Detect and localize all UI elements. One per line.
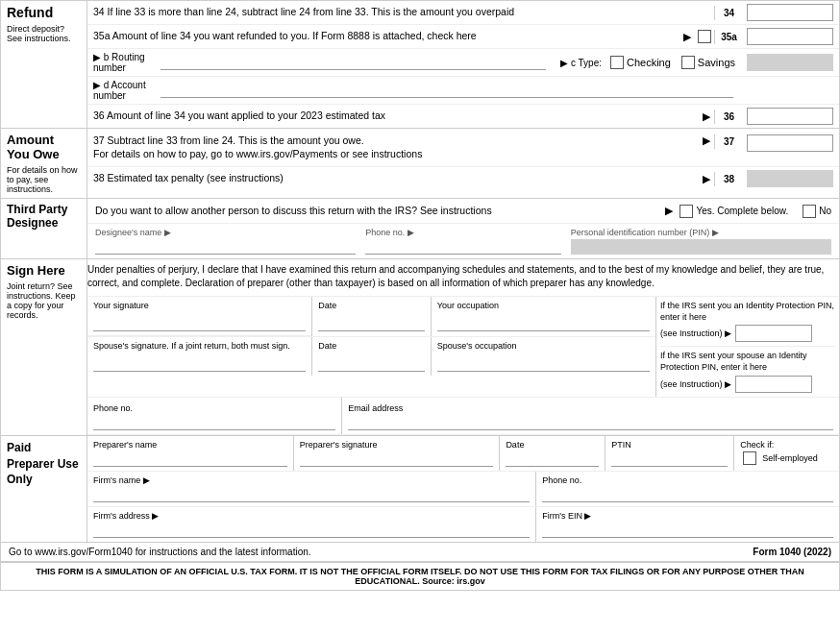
sign-declaration: Under penalties of perjury, I declare th… [87, 259, 839, 297]
firm-address-input[interactable] [93, 523, 530, 538]
spouse-sig-input[interactable] [93, 353, 306, 372]
line-37-num: 37 [714, 134, 743, 149]
firm-ein-label: Firm's EIN ▶ [542, 511, 833, 521]
ptin-label: PTIN [611, 440, 728, 450]
line-34-text: 34 If line 33 is more than line 24, subt… [93, 6, 714, 19]
arrow-third-party: ▶ [665, 205, 673, 217]
checkbox-no[interactable] [803, 205, 816, 218]
spouse-occ-label: Spouse's occupation [437, 341, 650, 351]
firm-address-label: Firm's address ▶ [93, 511, 530, 521]
firm-name-label: Firm's name ▶ [93, 475, 530, 485]
preparer-name-label: Preparer's name [93, 440, 287, 450]
irs-pin-2-see: (see [660, 379, 678, 389]
checkbox-savings[interactable] [681, 56, 695, 69]
line-37-text: 37 Subtract line 33 from line 24. This i… [93, 134, 699, 160]
designee-name-input[interactable] [95, 239, 356, 255]
irs-pin-1-instruction: Instruction) ▶ [679, 329, 731, 338]
irs-link: Go to www.irs.gov/Form1040 for instructi… [9, 547, 311, 557]
line-35a-input[interactable] [747, 28, 833, 45]
date-label-2: Date [318, 341, 425, 351]
irs-pin-2-text: If the IRS sent your spouse an Identity … [660, 351, 835, 373]
amount-sub-label: For details on how to pay, see instructi… [7, 165, 81, 194]
line-38-num: 38 [714, 172, 743, 186]
arrow-35a: ▶ [683, 31, 691, 43]
firm-name-input[interactable] [93, 487, 530, 502]
phone-input[interactable] [93, 415, 335, 430]
refund-right-box [747, 54, 833, 71]
amount-you-owe-label: AmountYou Owe [7, 133, 81, 161]
account-label: ▶ d Account number [93, 80, 161, 101]
preparer-phone-label: Phone no. [542, 475, 833, 485]
phone-no-input[interactable] [365, 239, 560, 255]
date-label-1: Date [318, 301, 425, 310]
line-38-input[interactable] [747, 170, 833, 187]
pin-2-input[interactable] [735, 376, 812, 393]
ptin-input[interactable] [611, 451, 728, 467]
your-sig-label: Your signature [93, 301, 306, 310]
line-37-input[interactable] [747, 134, 833, 152]
irs-pin-1-see: (see [660, 329, 678, 338]
check-if-label: Check if: [740, 440, 833, 450]
date-input-1[interactable] [318, 312, 425, 331]
pin-1-input[interactable] [735, 325, 812, 342]
third-party-label: Third Party Designee [7, 203, 81, 230]
self-employed-checkbox[interactable] [743, 451, 756, 465]
pin-input[interactable] [571, 239, 831, 255]
designee-name-label: Designee's name ▶ [95, 228, 356, 237]
refund-sub-label: Direct deposit? See instructions. [7, 24, 81, 43]
line-36-num: 36 [714, 110, 743, 124]
irs-pin-2-instruction: Instruction) ▶ [679, 379, 731, 389]
preparer-phone-input[interactable] [542, 487, 833, 502]
line-34-num: 34 [714, 6, 743, 20]
email-input[interactable] [348, 415, 833, 430]
firm-ein-input[interactable] [542, 523, 833, 538]
preparer-date-input[interactable] [506, 451, 599, 467]
line-36-text: 36 Amount of line 34 you want applied to… [93, 110, 699, 123]
checkbox-checking[interactable] [610, 56, 624, 69]
phone-label: Phone no. [93, 403, 133, 413]
routing-label: ▶ b Routing number [93, 52, 161, 73]
type-label: ▶ c Type: [560, 58, 602, 68]
arrow-38: ▶ [703, 173, 710, 185]
your-sig-input[interactable] [93, 312, 306, 331]
no-label: No [819, 206, 831, 216]
pin-label: Personal identification number (PIN) ▶ [571, 228, 831, 237]
line-38-text: 38 Estimated tax penalty (see instructio… [93, 172, 699, 185]
phone-no-label: Phone no. ▶ [365, 228, 560, 237]
arrow-36: ▶ [703, 110, 710, 123]
line-34-input[interactable] [747, 4, 833, 21]
preparer-sig-input[interactable] [300, 451, 494, 467]
savings-label: Savings [698, 57, 735, 68]
paid-preparer-label: Paid Preparer Use Only [7, 440, 81, 488]
email-label: Email address [348, 403, 403, 413]
sign-here-sub: Joint return? See instructions. Keep a c… [7, 281, 81, 320]
form-label: Form 1040 (2022) [753, 547, 831, 557]
checkbox-yes[interactable] [679, 205, 693, 218]
date-input-2[interactable] [318, 353, 425, 372]
irs-pin-1-text: If the IRS sent you an Identity Protecti… [660, 301, 835, 323]
yes-label: Yes. Complete below. [696, 206, 788, 216]
line-36-input[interactable] [747, 108, 833, 125]
preparer-date-label: Date [506, 440, 599, 450]
spouse-occ-input[interactable] [437, 353, 650, 372]
spouse-sig-label: Spouse's signature. If a joint return, b… [93, 341, 306, 351]
line-35a-text: 35a Amount of line 34 you want refunded … [93, 30, 679, 43]
checking-label: Checking [627, 57, 671, 68]
self-employed-label: Self-employed [762, 453, 818, 463]
arrow-37: ▶ [703, 134, 710, 147]
your-occ-input[interactable] [437, 312, 650, 331]
disclaimer-text: THIS FORM IS A SIMULATION OF AN OFFICIAL… [36, 567, 804, 586]
routing-input[interactable] [161, 55, 546, 70]
refund-label: Refund [7, 5, 81, 20]
line-35a-num: 35a [714, 30, 743, 44]
checkbox-35a[interactable] [698, 30, 711, 43]
sign-here-label: Sign Here [7, 263, 81, 278]
your-occ-label: Your occupation [437, 301, 650, 310]
preparer-name-input[interactable] [93, 451, 287, 467]
third-party-question: Do you want to allow another person to d… [95, 205, 661, 218]
preparer-sig-label: Preparer's signature [300, 440, 494, 450]
account-input[interactable] [161, 83, 733, 98]
